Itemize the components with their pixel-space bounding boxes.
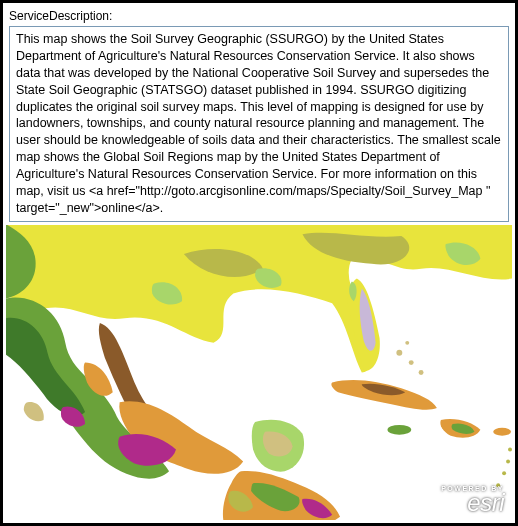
service-description-text: This map shows the Soil Survey Geographi…: [9, 26, 509, 222]
svg-point-8: [506, 459, 510, 463]
svg-point-2: [493, 428, 511, 436]
svg-point-7: [508, 448, 512, 452]
svg-point-6: [405, 341, 409, 345]
svg-point-9: [502, 471, 506, 475]
map-viewport[interactable]: POWERED BY esri: [6, 225, 512, 520]
svg-point-5: [419, 370, 424, 375]
service-description-label: ServiceDescription:: [9, 9, 112, 23]
svg-point-4: [409, 360, 414, 365]
soil-map-svg: [6, 225, 512, 520]
svg-point-3: [396, 350, 402, 356]
header-row: ServiceDescription:: [3, 3, 515, 26]
svg-point-10: [496, 483, 500, 487]
app-frame: ServiceDescription: This map shows the S…: [0, 0, 518, 526]
svg-point-1: [387, 425, 411, 435]
